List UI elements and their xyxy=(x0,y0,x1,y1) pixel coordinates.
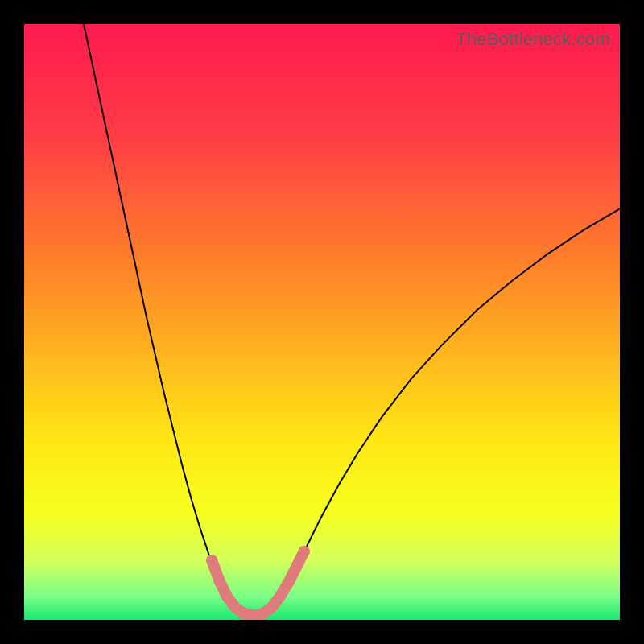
bottleneck-curve xyxy=(84,24,620,615)
data-marker xyxy=(292,558,303,569)
data-marker xyxy=(214,576,225,587)
data-marker xyxy=(299,546,310,557)
chart-frame: TheBottleneck.com xyxy=(0,0,644,644)
plot-area: TheBottleneck.com xyxy=(24,24,620,620)
chart-svg xyxy=(24,24,620,620)
watermark-label: TheBottleneck.com xyxy=(456,29,610,50)
data-marker xyxy=(283,576,295,587)
data-marker xyxy=(206,555,217,566)
